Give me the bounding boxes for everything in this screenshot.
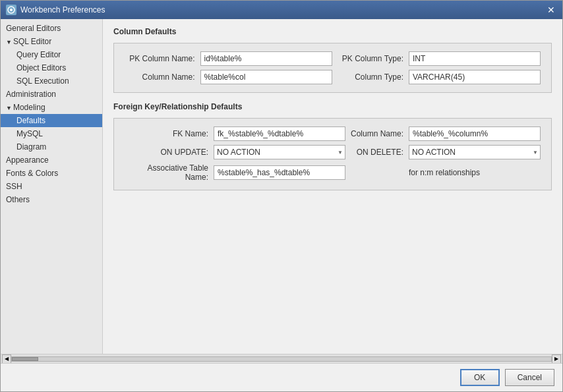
main-area: General Editors▼ SQL EditorQuery EditorO… [1,19,562,354]
fk-defaults-grid: FK Name: Column Name: ON UPDATE: NO ACTI… [125,126,541,182]
on-delete-select[interactable]: NO ACTION RESTRICT CASCADE SET NULL SET … [409,145,541,159]
sidebar-item-label: Modeling [13,103,45,112]
scrollbar-track[interactable] [11,356,552,362]
sidebar-item-diagram[interactable]: Diagram [1,140,102,154]
sidebar: General Editors▼ SQL EditorQuery EditorO… [1,19,103,354]
assoc-table-suffix: for n:m relationships [409,168,541,177]
on-update-select[interactable]: NO ACTION RESTRICT CASCADE SET NULL SET … [214,145,345,159]
fk-defaults-section: FK Name: Column Name: ON UPDATE: NO ACTI… [113,118,552,190]
assoc-table-label: Associative Table Name: [125,163,208,182]
horizontal-scrollbar[interactable]: ◀ ▶ [1,354,562,363]
titlebar: Workbench Preferences ✕ [1,1,562,19]
scroll-left-button[interactable]: ◀ [2,354,11,364]
fk-defaults-title: Foreign Key/Relationship Defaults [113,102,552,111]
sidebar-item-label: General Editors [6,24,61,33]
sidebar-item-mysql[interactable]: MySQL [1,127,102,140]
on-delete-select-wrapper: NO ACTION RESTRICT CASCADE SET NULL SET … [409,145,541,159]
sidebar-item-label: MySQL [16,129,43,138]
on-delete-label: ON DELETE: [351,148,403,157]
pk-column-name-input[interactable] [200,51,332,66]
cancel-button[interactable]: Cancel [505,369,554,386]
sidebar-item-modeling[interactable]: ▼ Modeling [1,101,102,114]
fk-name-input[interactable] [214,126,345,141]
sidebar-item-label: Defaults [16,116,45,125]
sidebar-item-label: SQL Execution [16,76,69,86]
window-icon [6,5,16,15]
sidebar-item-administration[interactable]: Administration [1,88,102,101]
scrollbar-thumb[interactable] [12,357,38,361]
sidebar-item-label: Object Editors [16,63,66,72]
sidebar-item-query-editor[interactable]: Query Editor [1,48,102,61]
scroll-right-button[interactable]: ▶ [552,354,561,364]
pk-column-type-label: PK Column Type: [338,54,403,63]
fk-column-name-label: Column Name: [351,129,403,138]
sidebar-item-object-editors[interactable]: Object Editors [1,61,102,74]
pk-column-name-label: PK Column Name: [125,54,195,63]
assoc-table-input[interactable] [214,165,345,180]
column-defaults-title: Column Defaults [113,27,552,36]
triangle-icon: ▼ [6,39,12,45]
svg-point-1 [10,9,13,11]
column-type-input[interactable] [409,70,541,84]
sidebar-item-label: Fonts & Colors [6,169,58,178]
close-button[interactable]: ✕ [545,4,557,16]
sidebar-item-others[interactable]: Others [1,193,102,206]
fk-column-name-input[interactable] [409,126,541,141]
pk-column-type-input[interactable] [409,51,541,66]
content-panel: Column Defaults PK Column Name: PK Colum… [103,19,562,354]
column-name-label: Column Name: [125,72,195,82]
on-update-label: ON UPDATE: [125,148,208,157]
sidebar-item-label: Diagram [16,142,46,152]
sidebar-item-label: Others [6,195,30,204]
sidebar-item-label: SQL Editor [13,37,51,46]
sidebar-item-ssh[interactable]: SSH [1,180,102,193]
sidebar-item-appearance[interactable]: Appearance [1,154,102,167]
sidebar-item-defaults[interactable]: Defaults [1,114,102,127]
sidebar-item-label: Query Editor [16,50,61,59]
column-defaults-section: PK Column Name: PK Column Type: Column N… [113,43,552,93]
sidebar-item-label: Administration [6,90,56,99]
column-defaults-grid: PK Column Name: PK Column Type: Column N… [125,51,541,84]
column-name-input[interactable] [200,70,332,84]
on-update-select-wrapper: NO ACTION RESTRICT CASCADE SET NULL SET … [214,145,345,159]
fk-name-label: FK Name: [125,129,208,138]
column-type-label: Column Type: [338,72,403,82]
workbench-preferences-window: Workbench Preferences ✕ General Editors▼… [0,0,563,392]
sidebar-item-fonts-colors[interactable]: Fonts & Colors [1,167,102,180]
window-title: Workbench Preferences [20,5,541,14]
sidebar-item-sql-execution[interactable]: SQL Execution [1,74,102,88]
sidebar-item-sql-editor[interactable]: ▼ SQL Editor [1,35,102,48]
sidebar-item-general-editors[interactable]: General Editors [1,22,102,35]
sidebar-item-label: SSH [6,182,22,191]
footer: OK Cancel [1,363,562,391]
ok-button[interactable]: OK [460,369,500,386]
triangle-icon: ▼ [6,105,12,111]
sidebar-item-label: Appearance [6,155,49,165]
